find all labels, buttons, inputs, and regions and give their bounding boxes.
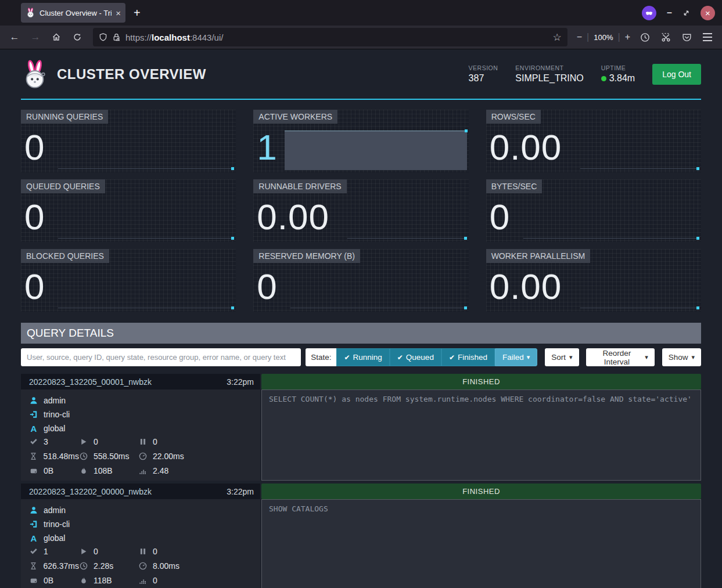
tile-queued-queries: QUEUED QUERIES 0 <box>21 179 236 242</box>
sparkline <box>523 238 699 239</box>
tile-rows-per-sec: ROWS/SEC 0.00 <box>486 110 701 172</box>
queued-pause-icon <box>138 438 148 445</box>
show-dropdown[interactable]: Show ▾ <box>662 348 701 366</box>
current-memory: 0B <box>44 576 53 585</box>
query-sql-text: SELECT COUNT(*) as nodes FROM system.run… <box>261 389 701 481</box>
sort-dropdown[interactable]: Sort ▾ <box>545 348 579 366</box>
url-text[interactable]: https://localhost:8443/ui/ <box>125 33 223 42</box>
state-button-queued[interactable]: ✔ Queued <box>390 348 441 366</box>
state-button-label: Running <box>353 353 382 362</box>
tile-active-workers: ACTIVE WORKERS 1 <box>253 110 468 172</box>
browser-tab[interactable]: Cluster Overview - Trino × <box>21 3 125 23</box>
tile-reserved-memory: RESERVED MEMORY (B) 0 <box>253 249 468 312</box>
tracking-shield-icon[interactable] <box>99 33 107 42</box>
query-source: trino-cli <box>44 410 70 419</box>
pocket-save-icon[interactable] <box>678 29 695 45</box>
source-sign-in-icon <box>29 410 38 419</box>
cpu-time: 558.50ms <box>94 452 129 461</box>
sparkline <box>347 238 466 239</box>
sparkline <box>580 308 699 308</box>
tile-value: 0 <box>257 268 277 305</box>
chevron-down-icon: ▾ <box>691 353 695 361</box>
user-icon <box>29 396 38 405</box>
tile-value: 0 <box>24 128 45 166</box>
tile-running-queries: RUNNING QUERIES 0 <box>21 110 236 172</box>
query-user: admin <box>44 396 66 405</box>
tile-value: 0.00 <box>257 198 329 236</box>
state-button-failed-dropdown[interactable]: Failed ▾ <box>495 348 537 366</box>
peak-memory: 118B <box>94 576 112 585</box>
environment-label: ENVIRONMENT <box>515 64 583 71</box>
url-bar[interactable]: https://localhost:8443/ui/ ☆ <box>93 28 567 46</box>
query-id-link[interactable]: 20220823_132205_00001_nwbzk <box>29 377 152 387</box>
trino-bunny-logo <box>21 59 49 89</box>
screenshot-scissors-icon[interactable] <box>657 29 674 45</box>
home-button[interactable] <box>48 29 65 45</box>
new-tab-button[interactable]: + <box>134 6 141 20</box>
show-label: Show <box>669 353 688 362</box>
trino-cluster-overview-page: CLUSTER OVERVIEW VERSION 387 ENVIRONMENT… <box>0 49 722 588</box>
connection-lock-icon[interactable] <box>112 33 121 42</box>
execution-time: 8.00ms <box>153 561 179 571</box>
window-maximize-button[interactable] <box>683 9 690 17</box>
cumulative-memory-chart-icon <box>138 577 148 585</box>
browser-titlebar: Cluster Overview - Trino × + – × <box>0 0 722 26</box>
query-status-bar: FINISHED <box>261 374 701 389</box>
peak-memory-flame-icon <box>79 467 88 475</box>
uptime-status-dot-icon <box>601 76 606 81</box>
cluster-stats-grid: RUNNING QUERIES 0 ACTIVE WORKERS 1 ROWS/… <box>21 110 701 312</box>
back-button[interactable]: ← <box>6 29 23 45</box>
tile-label: RUNNABLE DRIVERS <box>253 179 346 193</box>
sparkline-dot <box>231 167 234 170</box>
logout-button[interactable]: Log Out <box>652 64 701 85</box>
reload-button[interactable] <box>69 29 86 45</box>
query-source: trino-cli <box>44 520 70 529</box>
completed-splits: 1 <box>44 547 48 556</box>
state-button-running[interactable]: ✔ Running <box>336 348 389 366</box>
sparkline <box>58 308 234 308</box>
check-icon: ✔ <box>449 353 455 362</box>
tile-label: BLOCKED QUERIES <box>21 249 109 263</box>
zoom-level[interactable]: 100% <box>594 33 613 42</box>
reorder-interval-dropdown[interactable]: Reorder Interval ▾ <box>586 348 655 366</box>
query-resource-group: global <box>44 424 65 433</box>
tile-label: ROWS/SEC <box>486 110 541 124</box>
private-browsing-mask-icon <box>642 6 656 20</box>
wall-time: 626.37ms <box>44 561 79 571</box>
query-list: 20220823_132205_00001_nwbzk 3:22pm FINIS… <box>21 374 701 588</box>
query-id-link[interactable]: 20220823_132202_00000_nwbzk <box>29 487 152 496</box>
tile-value: 1 <box>257 128 277 166</box>
sparkline-dot <box>465 129 468 132</box>
resource-group-icon: A <box>29 424 38 434</box>
sparkline <box>580 168 699 169</box>
state-filter-group: State: ✔ Running ✔ Queued ✔ Finished Fai… <box>306 348 537 366</box>
history-clock-icon[interactable] <box>636 29 653 45</box>
tile-value: 0 <box>24 268 45 305</box>
bookmark-star-icon[interactable]: ☆ <box>553 31 562 44</box>
tile-blocked-queries: BLOCKED QUERIES 0 <box>21 249 236 312</box>
tile-bytes-per-sec: BYTES/SEC 0 <box>486 179 701 242</box>
state-button-finished[interactable]: ✔ Finished <box>441 348 495 366</box>
query-search-input[interactable] <box>21 348 301 366</box>
zoom-in-button[interactable]: + <box>625 32 630 42</box>
cpu-clock-icon <box>79 562 88 570</box>
browser-navbar: ← → https://localhost:8443/ui/ <box>0 26 722 49</box>
environment-stat: ENVIRONMENT SIMPLE_TRINO <box>515 64 583 84</box>
check-icon: ✔ <box>397 353 403 362</box>
running-play-icon <box>79 438 88 445</box>
peak-memory-flame-icon <box>79 576 88 585</box>
chevron-down-icon: ▾ <box>527 353 530 361</box>
menu-hamburger-icon[interactable] <box>699 29 716 45</box>
window-close-button[interactable]: × <box>701 6 715 20</box>
memory-disk-icon <box>29 577 38 585</box>
state-filter-label: State: <box>306 348 336 366</box>
window-minimize-button[interactable]: – <box>667 8 672 18</box>
page-title: CLUSTER OVERVIEW <box>57 66 206 82</box>
zoom-out-button[interactable]: − <box>577 32 582 42</box>
tab-close-icon[interactable]: × <box>116 9 121 17</box>
forward-button: → <box>27 29 44 45</box>
hourglass-icon <box>29 562 38 570</box>
uptime-value: 3.84m <box>609 73 635 84</box>
sparkline <box>290 308 466 308</box>
cumulative-memory: 2.48 <box>153 466 168 475</box>
